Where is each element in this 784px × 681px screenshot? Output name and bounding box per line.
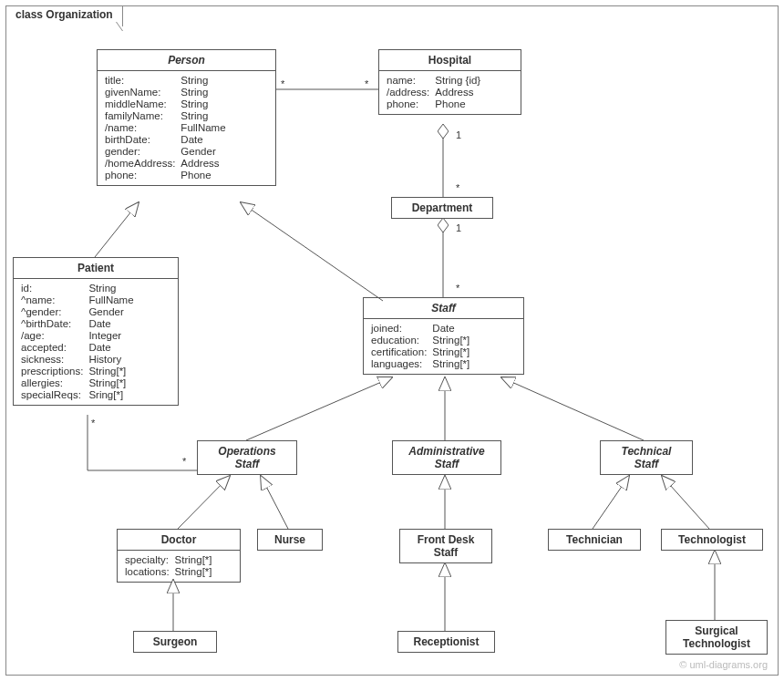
class-title: Patient (14, 258, 178, 279)
class-title: Doctor (118, 530, 240, 551)
class-surgeon: Surgeon (133, 631, 217, 653)
class-receptionist: Receptionist (397, 631, 495, 653)
class-title: Technical Staff (601, 441, 692, 474)
class-surgical-technologist: Surgical Technologist (665, 620, 768, 655)
class-title: Person (98, 50, 275, 71)
class-attrs: specialty:String[*]locations:String[*] (118, 551, 240, 582)
class-title: Technologist (662, 530, 762, 550)
class-technician: Technician (548, 529, 641, 551)
class-title: Technician (549, 530, 640, 550)
class-title: Surgeon (134, 632, 216, 652)
class-title: Nurse (258, 530, 322, 550)
class-doctor: Doctor specialty:String[*]locations:Stri… (117, 529, 241, 583)
class-attrs: name:String {id}/address:Addressphone:Ph… (379, 71, 521, 114)
class-title: Department (392, 198, 492, 218)
class-title: Surgical Technologist (666, 621, 767, 654)
class-operations-staff: Operations Staff (197, 440, 297, 475)
class-patient: Patient id:String^name:FullName^gender:G… (13, 257, 179, 406)
mult-label: * (182, 456, 186, 467)
mult-label: * (281, 78, 284, 89)
watermark: © uml-diagrams.org (679, 659, 768, 670)
class-title: Receptionist (398, 632, 494, 652)
class-technical-staff: Technical Staff (600, 440, 693, 475)
class-title: Operations Staff (198, 441, 296, 474)
class-title: Hospital (379, 50, 521, 71)
mult-label: 1 (456, 129, 461, 140)
class-attrs: title:StringgivenName:StringmiddleName:S… (98, 71, 275, 185)
class-attrs: joined:Dateeducation:String[*]certificat… (364, 319, 523, 374)
class-hospital: Hospital name:String {id}/address:Addres… (378, 49, 521, 115)
class-department: Department (391, 197, 493, 219)
class-front-desk-staff: Front Desk Staff (399, 529, 492, 563)
class-administrative-staff: Administrative Staff (392, 440, 501, 475)
class-technologist: Technologist (661, 529, 763, 551)
class-title: Front Desk Staff (400, 530, 491, 562)
class-nurse: Nurse (257, 529, 323, 551)
frame-title: class Organization (5, 5, 123, 26)
class-title: Administrative Staff (393, 441, 500, 474)
class-title: Staff (364, 298, 523, 319)
mult-label: * (91, 418, 95, 428)
class-person: Person title:StringgivenName:Stringmiddl… (97, 49, 276, 186)
class-attrs: id:String^name:FullName^gender:Gender^bi… (14, 279, 178, 405)
mult-label: * (456, 182, 459, 193)
mult-label: * (456, 283, 459, 294)
class-staff: Staff joined:Dateeducation:String[*]cert… (363, 297, 524, 375)
mult-label: * (365, 78, 368, 89)
mult-label: 1 (456, 222, 461, 233)
